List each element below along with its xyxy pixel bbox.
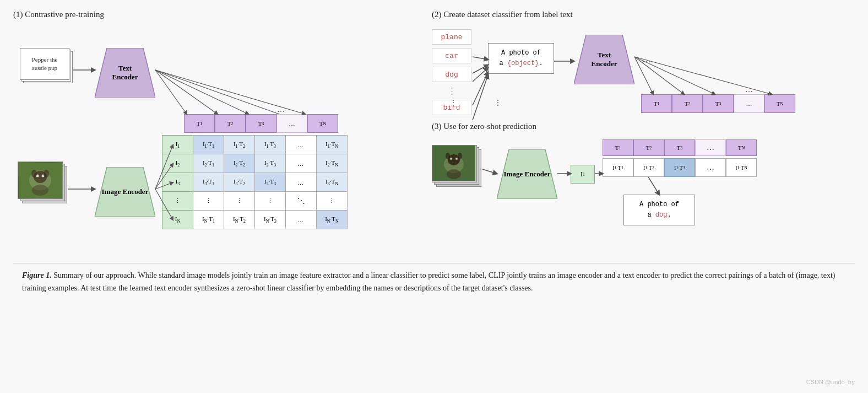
object-placeholder: {object} xyxy=(507,60,539,67)
int3: IN·T3 xyxy=(255,211,286,229)
i3-label: I3 xyxy=(162,173,193,192)
in-dots: … xyxy=(286,211,317,229)
result-box: A photo ofa dog. xyxy=(623,195,695,225)
zs-i1t3-highlighted: I1·T3 xyxy=(664,158,695,177)
text-stack: Pepper the aussie pup xyxy=(20,48,73,88)
i1t1: I1·T1 xyxy=(193,136,224,154)
dog-svg xyxy=(19,163,62,198)
svg-point-28 xyxy=(455,158,458,160)
svg-line-47 xyxy=(482,169,497,174)
i1t2: I1·T2 xyxy=(224,136,255,154)
svg-line-12 xyxy=(155,70,218,114)
svg-line-45 xyxy=(634,57,772,94)
m-d1: ⋮ xyxy=(193,192,224,211)
caption-italic: Figure 1. xyxy=(22,271,52,279)
m-d5: ⋮ xyxy=(317,192,348,211)
section1-diagram: Pepper the aussie pup xyxy=(13,25,421,256)
svg-text:…: … xyxy=(277,105,285,114)
m-d4: ⋱ xyxy=(286,192,317,211)
i2t1: I2·T1 xyxy=(193,154,224,173)
label-car: car xyxy=(432,48,471,63)
t-row-section3: T1 T2 T3 … TN xyxy=(603,139,757,156)
t-row-section2: T1 T2 T3 … TN xyxy=(641,94,795,113)
section2-title: (2) Create dataset classifier from label… xyxy=(432,10,868,19)
svg-line-36 xyxy=(473,68,488,82)
matrix-row-dots: ⋮ ⋮ ⋮ ⋮ ⋱ ⋮ xyxy=(162,192,348,211)
zs-dots: … xyxy=(695,158,726,177)
i3tn: I3·TN xyxy=(317,173,348,192)
matrix-row-n: IN IN·T1 IN·T2 IN·T3 … IN·TN xyxy=(162,211,348,229)
image-encoder-shape: Image Encoder xyxy=(95,167,155,217)
t3-cell: T3 xyxy=(246,114,276,133)
matrix-table: I1 I1·T1 I1·T2 I1·T3 … I1·TN I2 I2·T1 I2… xyxy=(162,135,348,229)
svg-point-30 xyxy=(458,153,462,159)
i3t2: I3·T2 xyxy=(224,173,255,192)
watermark: CSDN @undo_try xyxy=(806,379,855,385)
intn: IN·TN xyxy=(317,211,348,229)
section3-image-stack xyxy=(432,145,482,189)
s3-t1: T1 xyxy=(603,139,633,156)
zs-i1t2: I1·T2 xyxy=(633,158,664,177)
svg-line-38 xyxy=(473,75,488,120)
i2t2: I2·T2 xyxy=(224,154,255,173)
matrix-row-3: I3 I3·T1 I3·T2 I3·T3 … I3·TN xyxy=(162,173,348,192)
sections23-diagram: plane car dog ⋮ bird A photo ofa {object… xyxy=(432,24,868,255)
s2-t-dots: … xyxy=(734,94,764,113)
i2tn: I2·TN xyxy=(317,154,348,173)
object-template-box: A photo ofa {object}. xyxy=(488,43,554,74)
svg-text:…: … xyxy=(745,85,753,94)
svg-point-7 xyxy=(32,185,48,196)
svg-line-15 xyxy=(155,70,279,114)
zs-i1tn: I1·TN xyxy=(726,158,757,177)
s3-tn: TN xyxy=(726,139,757,156)
i1-label: I1 xyxy=(162,136,193,154)
label-dog: dog xyxy=(432,67,471,82)
i1tn: I1·TN xyxy=(317,136,348,154)
label-bird: bird xyxy=(432,100,471,115)
dog-img-front xyxy=(18,161,63,199)
text-encoder2-shape: TextEncoder xyxy=(574,35,634,84)
section1-title: (1) Contrastive pre-training xyxy=(13,10,432,19)
label-plane: plane xyxy=(432,29,471,45)
dog-image xyxy=(18,162,62,198)
image-encoder-label: Image Encoder xyxy=(95,167,155,217)
label-list: plane car dog ⋮ bird xyxy=(432,29,471,115)
t1-cell: T1 xyxy=(184,114,215,133)
s3-t3: T3 xyxy=(664,139,695,156)
i1t3: I1·T3 xyxy=(255,136,286,154)
text-encoder-shape: TextEncoder xyxy=(95,48,155,98)
t-dots-cell: … xyxy=(276,114,307,133)
matrix-row-1: I1 I1·T1 I1·T2 I1·T3 … I1·TN xyxy=(162,136,348,154)
text-page-front: Pepper the aussie pup xyxy=(20,48,69,80)
s3-dog-front xyxy=(432,145,477,182)
main-container: (1) Contrastive pre-training Pepper the … xyxy=(0,0,868,393)
section3-title: (3) Use for zero-shot prediction xyxy=(432,122,536,131)
tn-cell: TN xyxy=(307,114,338,133)
s2-t1: T1 xyxy=(641,94,672,113)
t2-cell: T2 xyxy=(215,114,246,133)
matrix-section1: I1 I1·T1 I1·T2 I1·T3 … I1·TN I2 I2·T1 I2… xyxy=(162,135,348,229)
m-d3: ⋮ xyxy=(255,192,286,211)
svg-point-5 xyxy=(31,170,37,177)
i-dots-label: ⋮ xyxy=(162,192,193,211)
svg-point-27 xyxy=(450,158,452,160)
i3t3: I3·T3 xyxy=(255,173,286,192)
svg-line-50 xyxy=(648,177,659,195)
svg-line-34 xyxy=(473,57,488,60)
svg-line-13 xyxy=(155,70,248,114)
caption-text: Summary of our approach. While standard … xyxy=(22,271,836,292)
s3-t-dots: … xyxy=(695,139,726,156)
caption-area: Figure 1. Summary of our approach. While… xyxy=(13,263,855,300)
s2-t3: T3 xyxy=(703,94,734,113)
s3-dog-svg xyxy=(432,146,475,181)
svg-line-14 xyxy=(155,70,305,114)
image-stack xyxy=(18,161,68,206)
i3-dots: … xyxy=(286,173,317,192)
section1-panel: (1) Contrastive pre-training Pepper the … xyxy=(13,10,432,256)
t-row-section1: T1 T2 T3 … TN xyxy=(184,114,338,133)
svg-line-37 xyxy=(473,72,488,105)
i1-dots: … xyxy=(286,136,317,154)
diagram-row: (1) Contrastive pre-training Pepper the … xyxy=(13,10,855,256)
text-input-label: Pepper the aussie pup xyxy=(32,56,58,72)
i2-dots: … xyxy=(286,154,317,173)
